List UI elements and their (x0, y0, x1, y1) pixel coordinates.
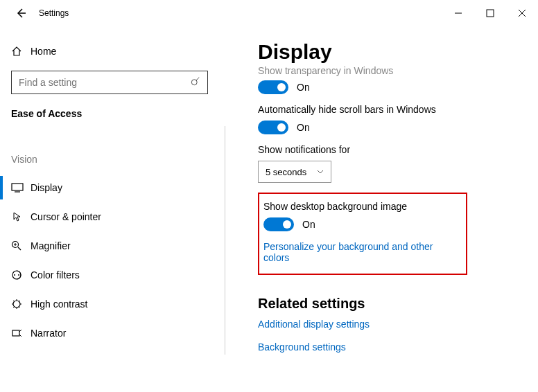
related-settings-title: Related settings (258, 296, 517, 312)
cursor-icon (11, 211, 31, 222)
desktop-bg-state: On (302, 219, 315, 230)
sidebar-item-label: Display (31, 182, 62, 193)
svg-line-5 (196, 78, 199, 80)
minimize-button[interactable] (442, 0, 474, 26)
svg-line-22 (13, 307, 15, 308)
magnifier-icon (11, 240, 31, 251)
sidebar-item-label: Color filters (31, 269, 80, 280)
svg-line-23 (19, 301, 21, 302)
desktop-bg-label: Show desktop background image (263, 201, 456, 212)
titlebar: Settings (0, 0, 538, 26)
notifications-value: 5 seconds (266, 167, 306, 177)
color-filters-icon (11, 269, 31, 280)
sidebar-item-label: Narrator (31, 328, 66, 339)
svg-line-21 (19, 307, 21, 308)
additional-display-link[interactable]: Additional display settings (258, 319, 370, 330)
svg-line-20 (13, 301, 15, 302)
window-title: Settings (39, 8, 69, 18)
svg-rect-1 (487, 10, 494, 17)
svg-point-14 (18, 274, 19, 276)
high-contrast-icon (11, 299, 31, 310)
narrator-icon (11, 328, 31, 339)
close-button[interactable] (506, 0, 538, 26)
home-label: Home (31, 46, 56, 57)
minimize-icon (454, 9, 462, 17)
maximize-icon (486, 9, 494, 17)
sidebar-item-label: Magnifier (31, 240, 71, 251)
chevron-down-icon (317, 170, 324, 174)
home-icon (11, 46, 31, 57)
sidebar-item-cursor[interactable]: Cursor & pointer (0, 202, 225, 231)
content-panel: Display Show transparency in Windows On … (225, 26, 538, 392)
transparency-label: Show transparency in Windows (258, 65, 517, 76)
back-button[interactable] (10, 8, 32, 19)
search-input[interactable] (11, 71, 208, 94)
scrollbars-label: Automatically hide scroll bars in Window… (258, 104, 517, 115)
sidebar-item-color-filters[interactable]: Color filters (0, 260, 225, 289)
sidebar-item-label: Cursor & pointer (31, 211, 101, 222)
svg-point-13 (14, 274, 15, 276)
background-settings-link[interactable]: Background settings (258, 341, 346, 353)
maximize-button[interactable] (474, 0, 506, 26)
window-controls (442, 0, 538, 26)
home-button[interactable]: Home (0, 40, 225, 62)
transparency-state: On (297, 82, 310, 93)
svg-line-11 (18, 247, 21, 250)
personalize-link[interactable]: Personalize your background and other co… (263, 241, 456, 263)
desktop-bg-toggle[interactable] (263, 217, 294, 231)
notifications-dropdown[interactable]: 5 seconds (258, 161, 331, 183)
sidebar-item-magnifier[interactable]: Magnifier (0, 231, 225, 260)
category-title: Ease of Access (0, 105, 225, 132)
transparency-toggle[interactable] (258, 80, 288, 94)
close-icon (518, 9, 526, 17)
search-field[interactable] (19, 77, 191, 88)
display-icon (11, 183, 31, 193)
sidebar-item-label: High contrast (31, 299, 87, 310)
highlight-box: Show desktop background image On Persona… (258, 193, 467, 275)
sidebar-item-high-contrast[interactable]: High contrast (0, 289, 225, 319)
scrollbars-toggle[interactable] (258, 121, 288, 134)
arrow-left-icon (15, 8, 26, 19)
notifications-label: Show notifications for (258, 144, 517, 155)
group-label-vision: Vision (0, 132, 225, 173)
sidebar-item-display[interactable]: Display (0, 173, 225, 202)
search-icon (191, 76, 200, 89)
page-title: Display (258, 40, 517, 64)
sidebar: Home Ease of Access Vision Display Curso… (0, 26, 225, 392)
sidebar-item-narrator[interactable]: Narrator (0, 319, 225, 348)
svg-rect-6 (12, 184, 23, 190)
scrollbars-state: On (297, 122, 310, 133)
svg-rect-24 (12, 330, 19, 336)
